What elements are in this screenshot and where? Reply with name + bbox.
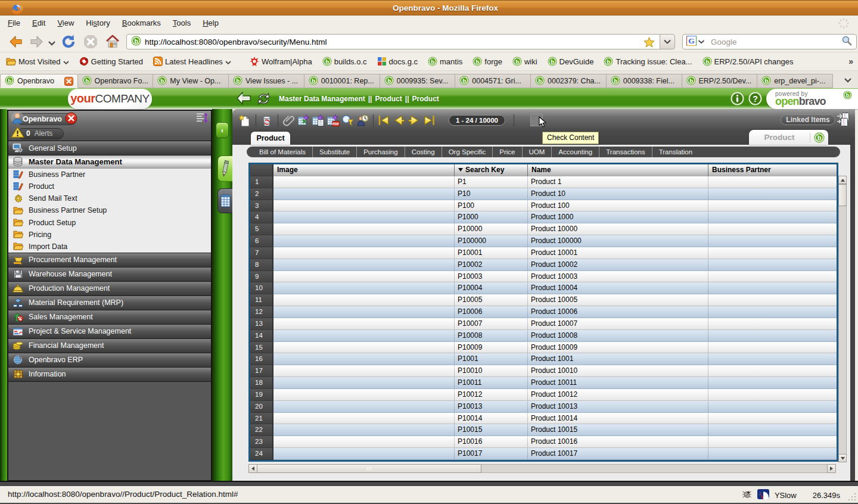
cell-search-key[interactable]: P10006 <box>455 306 528 318</box>
cell-name[interactable]: Product 10012 <box>528 389 708 401</box>
cell-search-key[interactable]: P1001 <box>455 353 528 365</box>
cell-search-key[interactable]: P10016 <box>455 436 528 448</box>
cell-business-partner[interactable] <box>708 365 837 377</box>
cell-business-partner[interactable] <box>708 271 837 283</box>
cell-name[interactable]: Product 10006 <box>528 306 708 318</box>
grid-row[interactable]: 6P100000Product 100000 <box>250 235 837 247</box>
window-resize-grip[interactable] <box>848 493 856 500</box>
cell-business-partner[interactable] <box>708 330 837 342</box>
header-name[interactable]: Name <box>528 164 708 176</box>
cell-business-partner[interactable] <box>708 342 837 354</box>
menu-help[interactable]: Help <box>197 15 225 31</box>
cell-search-key[interactable]: P100 <box>455 200 528 212</box>
browser-tab[interactable]: bOpenbravo <box>0 74 78 88</box>
cell-search-key[interactable]: P10000 <box>455 223 528 235</box>
new-record-button[interactable] <box>237 113 252 127</box>
url-history-dropdown[interactable] <box>660 34 675 49</box>
cell-search-key[interactable]: P10005 <box>455 294 528 306</box>
subtab-accounting[interactable]: Accounting <box>551 147 599 157</box>
cell-name[interactable]: Product 100 <box>528 200 708 212</box>
reload-button[interactable] <box>61 34 76 52</box>
cell-image[interactable] <box>273 448 455 460</box>
cell-search-key[interactable]: P10003 <box>455 271 528 283</box>
cell-business-partner[interactable] <box>708 211 837 223</box>
vertical-scroll-thumb[interactable] <box>838 184 847 206</box>
edit-mode-tab[interactable] <box>217 155 232 182</box>
cell-search-key[interactable]: P10004 <box>455 282 528 294</box>
forward-button[interactable] <box>29 34 44 52</box>
last-record-button[interactable] <box>421 113 436 127</box>
cell-business-partner[interactable] <box>708 200 837 212</box>
browser-tab[interactable]: berp_devel_pi-... <box>757 74 833 88</box>
grid-row[interactable]: 11P10005Product 10005 <box>250 294 837 306</box>
cell-business-partner[interactable] <box>708 176 837 188</box>
search-filter-button[interactable] <box>340 113 355 127</box>
yslow-icon[interactable] <box>757 489 769 502</box>
grid-row[interactable]: 5P10000Product 10000 <box>250 223 837 235</box>
cell-name[interactable]: Product 10015 <box>528 424 708 436</box>
cell-business-partner[interactable] <box>708 259 837 271</box>
back-forward-dropdown[interactable] <box>48 38 56 48</box>
subtab-transactions[interactable]: Transactions <box>599 147 651 157</box>
cell-search-key[interactable]: P1000 <box>455 211 528 223</box>
menu-tools[interactable]: Tools <box>167 15 197 31</box>
search-engine-dropdown[interactable] <box>697 35 706 49</box>
help-button[interactable]: ? <box>748 92 762 108</box>
linked-items-icon[interactable] <box>837 111 851 129</box>
bookmark-item[interactable]: bbuilds.o.c <box>322 57 367 66</box>
next-record-button[interactable] <box>406 113 421 127</box>
cell-search-key[interactable]: P10012 <box>455 389 528 401</box>
cell-search-key[interactable]: P10009 <box>455 342 528 354</box>
bookmark-item[interactable]: bERP/2.50/API changes <box>702 57 794 66</box>
cell-business-partner[interactable] <box>708 424 837 436</box>
cell-business-partner[interactable] <box>708 389 837 401</box>
cell-name[interactable]: Product 1001 <box>528 353 708 365</box>
menu-edit[interactable]: Edit <box>26 15 51 31</box>
cell-name[interactable]: Product 10009 <box>528 342 708 354</box>
cell-business-partner[interactable] <box>708 401 837 413</box>
browser-tab[interactable]: b0009338: Fiel... <box>607 74 682 88</box>
cell-business-partner[interactable] <box>708 294 837 306</box>
cell-search-key[interactable]: P10017 <box>455 448 528 460</box>
stop-button[interactable] <box>83 34 98 52</box>
cell-image[interactable] <box>273 401 455 413</box>
grid-row[interactable]: 3P100Product 100 <box>250 200 837 212</box>
cell-name[interactable]: Product 10013 <box>528 401 708 413</box>
grid-row[interactable]: 18P10011Product 10011 <box>250 377 837 389</box>
menu-history[interactable]: History <box>80 15 116 31</box>
bookmark-item[interactable]: Wolfram|Alpha <box>250 57 312 66</box>
cell-name[interactable]: Product 10007 <box>528 318 708 330</box>
grid-row[interactable]: 2P10Product 10 <box>250 188 837 200</box>
grid-row[interactable]: 10P10004Product 10004 <box>250 282 837 294</box>
sidebar-group-openbravo-erp[interactable]: Openbravo ERP <box>8 353 211 368</box>
app-back-button[interactable] <box>236 91 252 108</box>
subtab-uom[interactable]: UOM <box>522 147 552 157</box>
copy-record-button[interactable] <box>311 113 326 127</box>
subtab-substitute[interactable]: Substitute <box>312 147 356 157</box>
grid-row[interactable]: 22P10015Product 10015 <box>250 424 837 436</box>
url-bar[interactable]: b http://localhost:8080/openbravo/securi… <box>126 34 660 49</box>
subtab-price[interactable]: Price <box>492 147 521 157</box>
bookmark-item[interactable]: bwiki <box>512 57 537 66</box>
collapse-menu-icon[interactable] <box>196 113 208 126</box>
back-button[interactable] <box>8 34 24 52</box>
cell-image[interactable] <box>273 389 455 401</box>
cell-image[interactable] <box>273 424 455 436</box>
bookmark-item[interactable]: Latest Headlines <box>153 57 231 66</box>
grid-mode-tab[interactable] <box>217 188 232 213</box>
cell-image[interactable] <box>273 282 455 294</box>
collapse-sidebar-button[interactable]: ‹ <box>216 122 229 138</box>
cell-business-partner[interactable] <box>708 235 837 247</box>
cell-search-key[interactable]: P10013 <box>455 401 528 413</box>
cell-name[interactable]: Product 10014 <box>528 413 708 425</box>
cell-business-partner[interactable] <box>708 377 837 389</box>
bookmark-item[interactable]: bDevGuide <box>548 57 594 66</box>
cell-business-partner[interactable] <box>708 436 837 448</box>
scroll-right-button[interactable] <box>827 464 836 473</box>
cell-name[interactable]: Product 1 <box>528 176 708 188</box>
cell-image[interactable] <box>273 365 455 377</box>
grid-row[interactable]: 24P10017Product 10017 <box>250 448 837 460</box>
header-search-key[interactable]: Search Key <box>455 164 528 176</box>
bookmark-item[interactable]: Most Visited <box>6 57 69 66</box>
cell-name[interactable]: Product 10005 <box>528 294 708 306</box>
